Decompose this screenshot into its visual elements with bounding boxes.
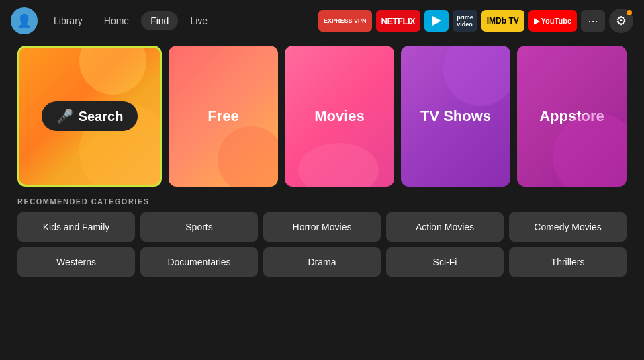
prime-video-icon[interactable]: primevideo (453, 10, 477, 32)
category-westerns[interactable]: Westerns (17, 247, 135, 277)
nav-home[interactable]: Home (95, 11, 138, 30)
category-drama[interactable]: Drama (263, 247, 381, 277)
expressvpn-icon[interactable]: EXPRESS VPN (318, 10, 372, 32)
freevee-icon[interactable] (424, 10, 449, 32)
app-icons-bar: EXPRESS VPN NETFLIX primevideo IMDb TV ▶… (318, 9, 633, 33)
settings-button[interactable]: ⚙ (609, 9, 633, 33)
movies-tile[interactable]: Movies (285, 46, 394, 187)
category-thrillers[interactable]: Thrillers (509, 247, 627, 277)
category-row-1: Kids and Family Sports Horror Movies Act… (17, 212, 627, 242)
category-documentaries[interactable]: Documentaries (140, 247, 258, 277)
movies-tile-decoration (298, 143, 379, 187)
nav-links: Library Home Find Live (44, 11, 217, 30)
free-tile-decoration (218, 126, 278, 187)
tvshows-tile-label: TV Shows (420, 107, 491, 125)
more-apps-button[interactable]: ··· (581, 10, 605, 32)
nav-find[interactable]: Find (141, 11, 178, 30)
category-action-movies[interactable]: Action Movies (386, 212, 504, 242)
tvshows-tile-decoration (443, 46, 510, 106)
main-content: 🎤 Search Free Movies TV Shows Appstore R… (0, 42, 644, 277)
tvshows-tile[interactable]: TV Shows (401, 46, 510, 187)
category-scifi[interactable]: Sci-Fi (386, 247, 504, 277)
recommended-categories-section: RECOMMENDED CATEGORIES Kids and Family S… (17, 197, 627, 277)
netflix-icon[interactable]: NETFLIX (376, 10, 421, 32)
imdb-icon[interactable]: IMDb TV (481, 10, 524, 32)
settings-notification-dot (627, 10, 632, 15)
category-kids-family[interactable]: Kids and Family (17, 212, 135, 242)
free-tile-label: Free (208, 107, 238, 125)
search-button[interactable]: 🎤 Search (42, 101, 138, 131)
category-horror-movies[interactable]: Horror Movies (263, 212, 381, 242)
user-avatar[interactable]: 👤 (11, 7, 38, 34)
search-tile[interactable]: 🎤 Search (17, 46, 162, 187)
category-row-2: Westerns Documentaries Drama Sci-Fi Thri… (17, 247, 627, 277)
nav-library[interactable]: Library (44, 11, 92, 30)
top-navigation: 👤 Library Home Find Live EXPRESS VPN NET… (0, 0, 644, 42)
svg-marker-0 (432, 16, 441, 26)
category-grid: Kids and Family Sports Horror Movies Act… (17, 212, 627, 277)
appstore-tile[interactable]: Appstore (517, 46, 627, 187)
nav-live[interactable]: Live (181, 11, 217, 30)
mic-icon: 🎤 (56, 108, 73, 124)
category-tiles-row: 🎤 Search Free Movies TV Shows Appstore (17, 46, 627, 187)
search-tile-decoration2 (79, 46, 146, 95)
search-label: Search (79, 109, 124, 124)
youtube-icon[interactable]: ▶ YouTube (528, 10, 577, 32)
free-tile[interactable]: Free (169, 46, 278, 187)
movies-tile-label: Movies (314, 107, 365, 125)
category-sports[interactable]: Sports (140, 212, 258, 242)
category-comedy-movies[interactable]: Comedy Movies (509, 212, 627, 242)
recommended-categories-title: RECOMMENDED CATEGORIES (17, 197, 627, 206)
